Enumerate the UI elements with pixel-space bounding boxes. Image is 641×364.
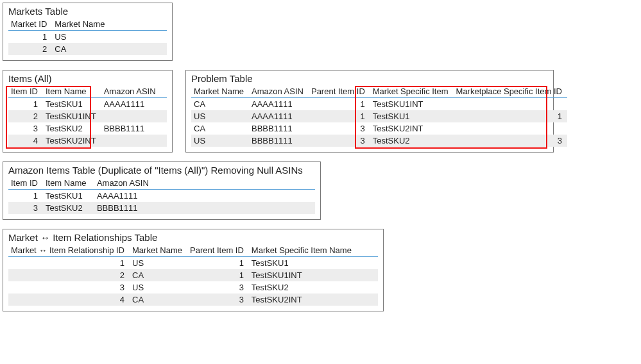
relationship-panel: Market ↔ Item Relationships Table Market… [3, 229, 384, 311]
relationship-table: Market ↔ Item Relationship ID Market Nam… [8, 244, 378, 306]
items-title: Items (All) [8, 73, 167, 84]
relationship-title: Market ↔ Item Relationships Table [8, 232, 378, 243]
col-item-id: Item ID [8, 85, 43, 98]
amazon-items-table: Item ID Item Name Amazon ASIN 1 TestSKU1… [8, 177, 315, 214]
col-marketplace-specific-item-id: Marketplace Specific Item ID [454, 85, 567, 98]
table-row: CA AAAA1111 1 TestSKU1INT [191, 98, 567, 111]
col-market-specific-item: Market Specific Item [370, 85, 454, 98]
col-amazon-asin: Amazon ASIN [94, 177, 315, 190]
table-row: 3 US 3 TestSKU2 [8, 281, 378, 294]
table-row: 2 TestSKU1INT [8, 110, 167, 122]
problem-table: Market Name Amazon ASIN Parent Item ID M… [191, 85, 567, 147]
table-row: US BBBB1111 3 TestSKU2 3 [191, 135, 567, 147]
col-market-name: Market Name [191, 85, 249, 98]
table-row: 3 TestSKU2 BBBB1111 [8, 202, 315, 214]
col-market-id: Market ID [8, 18, 52, 31]
amazon-items-title: Amazon Items Table (Duplicate of "Items … [8, 165, 315, 176]
col-amazon-asin: Amazon ASIN [249, 85, 309, 98]
markets-panel: Markets Table Market ID Market Name 1 US… [3, 3, 173, 61]
col-parent-item-id: Parent Item ID [187, 244, 249, 257]
table-row: 4 CA 3 TestSKU2INT [8, 294, 378, 306]
items-table: Item ID Item Name Amazon ASIN 1 TestSKU1… [8, 85, 167, 147]
col-item-id: Item ID [8, 177, 43, 190]
col-item-name: Item Name [43, 177, 94, 190]
table-row: 4 TestSKU2INT [8, 135, 167, 147]
table-row: 2 CA 1 TestSKU1INT [8, 269, 378, 281]
markets-table: Market ID Market Name 1 US 2 CA [8, 18, 167, 55]
table-row: 1 TestSKU1 AAAA1111 [8, 190, 315, 203]
col-rel-id: Market ↔ Item Relationship ID [8, 244, 130, 257]
table-row: 1 US 1 TestSKU1 [8, 257, 378, 270]
items-panel: Items (All) Item ID Item Name Amazon ASI… [3, 70, 173, 153]
table-row: US AAAA1111 1 TestSKU1 1 [191, 110, 567, 122]
markets-title: Markets Table [8, 6, 167, 17]
table-row: 1 US [8, 31, 167, 44]
table-row: 2 CA [8, 43, 167, 55]
table-row: 3 TestSKU2 BBBB1111 [8, 122, 167, 135]
col-item-name: Item Name [43, 85, 101, 98]
table-row: CA BBBB1111 3 TestSKU2INT [191, 122, 567, 135]
col-market-specific-item-name: Market Specific Item Name [249, 244, 378, 257]
problem-panel: Problem Table Market Name Amazon ASIN Pa… [185, 70, 554, 153]
col-market-name: Market Name [52, 18, 167, 31]
table-row: 1 TestSKU1 AAAA1111 [8, 98, 167, 111]
col-parent-item-id: Parent Item ID [309, 85, 370, 98]
amazon-items-panel: Amazon Items Table (Duplicate of "Items … [3, 161, 321, 220]
problem-title: Problem Table [191, 73, 548, 84]
col-market-name: Market Name [130, 244, 187, 257]
col-amazon-asin: Amazon ASIN [101, 85, 167, 98]
